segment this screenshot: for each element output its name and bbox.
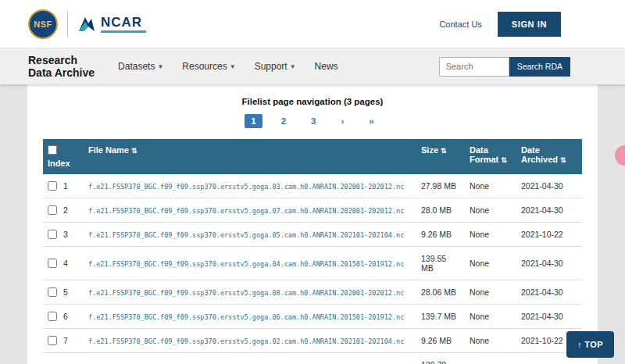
- header-index-label: Index: [48, 159, 70, 168]
- nav-item-support[interactable]: Support▼: [255, 61, 296, 72]
- file-link[interactable]: f.e21.FSSP370_BGC.f09_f09.ssp370.ersstv5…: [88, 231, 404, 239]
- page-button-3[interactable]: 3: [305, 114, 322, 128]
- ncar-logo: NCAR: [77, 16, 146, 33]
- table-row: 4 f.e21.FSSP370_BGC.f09_f09.ssp370.ersst…: [43, 247, 582, 280]
- format-cell: None: [465, 223, 516, 247]
- file-name-cell: f.e21.FSSP370_BGC.f09_f09.ssp370.ersstv5…: [84, 223, 416, 247]
- page-last-button[interactable]: »: [362, 114, 380, 128]
- contact-us-link[interactable]: Contact Us: [439, 20, 481, 29]
- ncar-logo-label: NCAR: [101, 16, 146, 29]
- nav-item-resources[interactable]: Resources▼: [182, 61, 235, 72]
- index-cell: 6: [43, 305, 84, 329]
- chevron-down-icon: ▼: [157, 63, 163, 70]
- row-checkbox[interactable]: [48, 287, 57, 297]
- size-cell: 27.98 MB: [416, 174, 465, 198]
- file-name-cell: f.e21.FSSP370_BGC.f09_f09.ssp370.ersstv5…: [84, 280, 416, 305]
- ncar-swoosh-icon: [77, 16, 96, 33]
- row-index: 7: [63, 336, 68, 345]
- ncar-logo-underline: [101, 30, 146, 33]
- row-index: 3: [63, 230, 68, 239]
- header-date-archived[interactable]: Date Archived⇅: [516, 139, 582, 174]
- main-navbar: Research Data Archive Datasets▼ Resource…: [0, 48, 625, 84]
- search-rda-button[interactable]: Search RDA: [509, 57, 570, 77]
- header-file-name[interactable]: File Name⇅: [84, 139, 416, 174]
- site-title-line1: Research: [28, 54, 95, 66]
- table-row: 5 f.e21.FSSP370_BGC.f09_f09.ssp370.ersst…: [43, 280, 582, 305]
- pagination-title: Filelist page navigation (3 pages): [43, 97, 582, 106]
- index-cell: 1: [43, 174, 84, 198]
- file-name-cell: f.e21.FSSP370_BGC.f09_f09.ssp370.ersstv5…: [84, 305, 416, 329]
- table-row: 3 f.e21.FSSP370_BGC.f09_f09.ssp370.ersst…: [43, 223, 582, 247]
- row-index: 1: [63, 181, 68, 191]
- nav-item-news[interactable]: News: [315, 61, 338, 72]
- header-size[interactable]: Size⇅: [416, 139, 465, 174]
- date-cell: 2021-04-30: [516, 174, 582, 198]
- size-cell: 9.26 MB: [416, 223, 465, 247]
- logo-group: NSF NCAR: [28, 9, 146, 39]
- top-header: NSF NCAR Contact Us SIGN IN: [0, 0, 625, 48]
- pagination: 1 2 3 › »: [43, 114, 582, 128]
- site-title[interactable]: Research Data Archive: [28, 54, 95, 79]
- file-link[interactable]: f.e21.FSSP370_BGC.f09_f09.ssp370.ersstv5…: [88, 260, 404, 268]
- size-cell: 9.26 MB: [416, 329, 465, 353]
- sort-icon[interactable]: ⇅: [501, 156, 507, 164]
- header-index: Index: [43, 139, 84, 174]
- header-data-format[interactable]: Data Format⇅: [465, 139, 516, 174]
- nsf-logo: NSF: [28, 9, 58, 39]
- main-content: Filelist page navigation (3 pages) 1 2 3…: [0, 84, 625, 364]
- index-cell: 4: [43, 247, 84, 280]
- index-cell: 5: [43, 280, 84, 305]
- size-cell: 28.0 MB: [416, 198, 465, 223]
- date-cell: 2021-10-22: [516, 223, 582, 247]
- row-checkbox[interactable]: [48, 312, 57, 321]
- row-index: 6: [63, 312, 68, 321]
- size-cell: 28.06 MB: [416, 280, 465, 305]
- file-name-cell: f.e21.FSSP370_BGC.f09_f09.ssp370.ersstv5…: [84, 329, 416, 353]
- filelist-table: Index File Name⇅ Size⇅ Data Format⇅ Date…: [43, 139, 582, 364]
- row-index: 4: [63, 259, 68, 268]
- format-cell: None: [465, 174, 516, 198]
- row-checkbox[interactable]: [48, 336, 57, 345]
- chevron-down-icon: ▼: [230, 63, 236, 70]
- page-next-button[interactable]: ›: [334, 114, 350, 128]
- back-to-top-button[interactable]: ↑ TOP: [566, 331, 614, 358]
- table-row: 2 f.e21.FSSP370_BGC.f09_f09.ssp370.ersst…: [43, 198, 582, 223]
- sort-icon[interactable]: ⇅: [131, 147, 138, 155]
- table-row: 6 f.e21.FSSP370_BGC.f09_f09.ssp370.ersst…: [43, 305, 582, 329]
- file-link[interactable]: f.e21.FSSP370_BGC.f09_f09.ssp370.ersstv5…: [88, 313, 404, 321]
- nav-item-datasets[interactable]: Datasets▼: [118, 61, 163, 72]
- select-all-checkbox[interactable]: [48, 145, 57, 155]
- format-cell: None: [465, 198, 516, 223]
- format-cell: None: [465, 329, 516, 353]
- row-checkbox[interactable]: [48, 181, 57, 191]
- filelist-card: Filelist page navigation (3 pages) 1 2 3…: [27, 84, 598, 364]
- row-index: 2: [63, 205, 68, 215]
- sign-in-button[interactable]: SIGN IN: [498, 12, 561, 37]
- page-button-1[interactable]: 1: [245, 114, 262, 128]
- index-cell: 7: [43, 329, 84, 353]
- index-cell: 8: [43, 353, 84, 364]
- row-checkbox[interactable]: [48, 230, 57, 239]
- file-name-cell: f.e21.FSSP370_BGC.f09_f09.ssp370.ersstv5…: [84, 198, 416, 223]
- format-cell: None: [465, 247, 516, 280]
- sort-icon[interactable]: ⇅: [560, 156, 566, 164]
- row-checkbox[interactable]: [48, 205, 57, 215]
- index-cell: 2: [43, 198, 84, 223]
- file-name-cell: f.e21.FSSP370_BGC.f09_f09.ssp370.ersstv5…: [84, 247, 416, 280]
- file-link[interactable]: f.e21.FSSP370_BGC.f09_f09.ssp370.ersstv5…: [88, 337, 404, 345]
- size-cell: 139.55 MB: [416, 247, 465, 280]
- file-link[interactable]: f.e21.FSSP370_BGC.f09_f09.ssp370.ersstv5…: [88, 183, 404, 191]
- file-link[interactable]: f.e21.FSSP370_BGC.f09_f09.ssp370.ersstv5…: [88, 289, 404, 297]
- table-row: 8 f.e21.FSSP370_BGC.f09_f09.ssp370.ersst…: [43, 353, 582, 364]
- date-cell: 2021-04-30: [516, 198, 582, 223]
- logo-divider: [67, 11, 68, 37]
- row-checkbox[interactable]: [48, 259, 57, 268]
- file-name-cell: f.e21.FSSP370_BGC.f09_f09.ssp370.ersstv5…: [84, 353, 416, 364]
- page-button-2[interactable]: 2: [275, 114, 292, 128]
- date-cell: 2021-04-30: [516, 305, 582, 329]
- search-input[interactable]: [439, 57, 509, 77]
- file-link[interactable]: f.e21.FSSP370_BGC.f09_f09.ssp370.ersstv5…: [88, 207, 404, 215]
- table-row: 7 f.e21.FSSP370_BGC.f09_f09.ssp370.ersst…: [43, 329, 582, 353]
- file-name-cell: f.e21.FSSP370_BGC.f09_f09.ssp370.ersstv5…: [84, 174, 416, 198]
- sort-icon[interactable]: ⇅: [441, 147, 447, 155]
